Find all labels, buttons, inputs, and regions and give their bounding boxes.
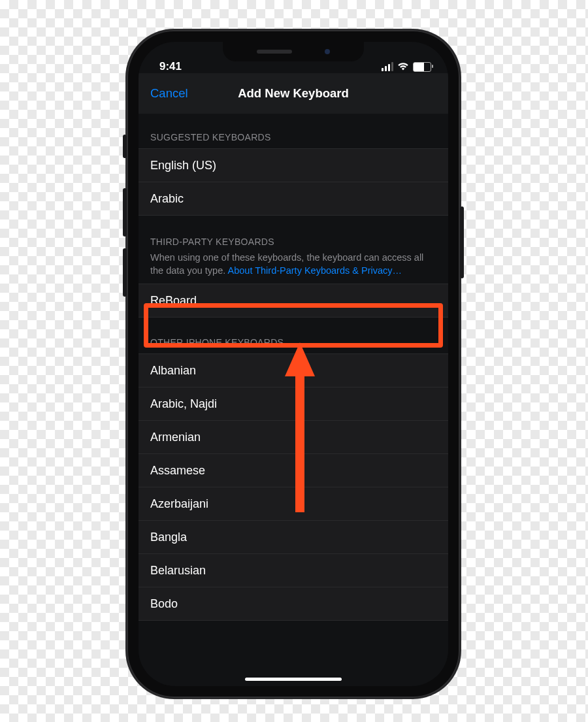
keyboard-row-reboard[interactable]: ReBoard — [139, 284, 448, 318]
section-header-suggested: SUGGESTED KEYBOARDS — [139, 114, 448, 148]
phone-silence-switch — [123, 135, 127, 158]
phone-volume-up — [123, 188, 127, 237]
keyboard-row-armenian[interactable]: Armenian — [139, 421, 448, 454]
notch — [223, 42, 364, 61]
keyboard-row-arabic[interactable]: Arabic — [139, 182, 448, 216]
wifi-icon — [397, 62, 409, 71]
front-camera — [325, 49, 330, 54]
cellular-signal-icon — [382, 62, 393, 71]
keyboard-row-bodo[interactable]: Bodo — [139, 587, 448, 621]
keyboard-row-albanian[interactable]: Albanian — [139, 353, 448, 387]
content-scroll[interactable]: SUGGESTED KEYBOARDS English (US) Arabic … — [139, 114, 448, 686]
home-indicator[interactable] — [245, 678, 342, 681]
keyboard-row-english-us[interactable]: English (US) — [139, 148, 448, 182]
phone-power-button — [460, 206, 464, 278]
cancel-button[interactable]: Cancel — [150, 86, 188, 101]
phone-frame: 9:41 Cancel Add New Keyboard SUGGESTED K… — [127, 30, 460, 698]
thirdparty-note: When using one of these keyboards, the k… — [139, 250, 448, 277]
speaker-grille — [257, 50, 292, 54]
section-header-other: OTHER IPHONE KEYBOARDS — [139, 318, 448, 353]
screen: 9:41 Cancel Add New Keyboard SUGGESTED K… — [139, 42, 448, 686]
battery-icon — [413, 62, 431, 72]
status-time: 9:41 — [159, 60, 182, 73]
keyboard-row-arabic-najdi[interactable]: Arabic, Najdi — [139, 387, 448, 421]
section-header-thirdparty: THIRD-PARTY KEYBOARDS — [139, 216, 448, 250]
keyboard-row-bangla[interactable]: Bangla — [139, 521, 448, 554]
about-thirdparty-link[interactable]: About Third-Party Keyboards & Privacy… — [228, 265, 402, 276]
keyboard-row-assamese[interactable]: Assamese — [139, 454, 448, 487]
keyboard-row-azerbaijani[interactable]: Azerbaijani — [139, 487, 448, 521]
phone-volume-down — [123, 248, 127, 297]
keyboard-row-belarusian[interactable]: Belarusian — [139, 554, 448, 587]
